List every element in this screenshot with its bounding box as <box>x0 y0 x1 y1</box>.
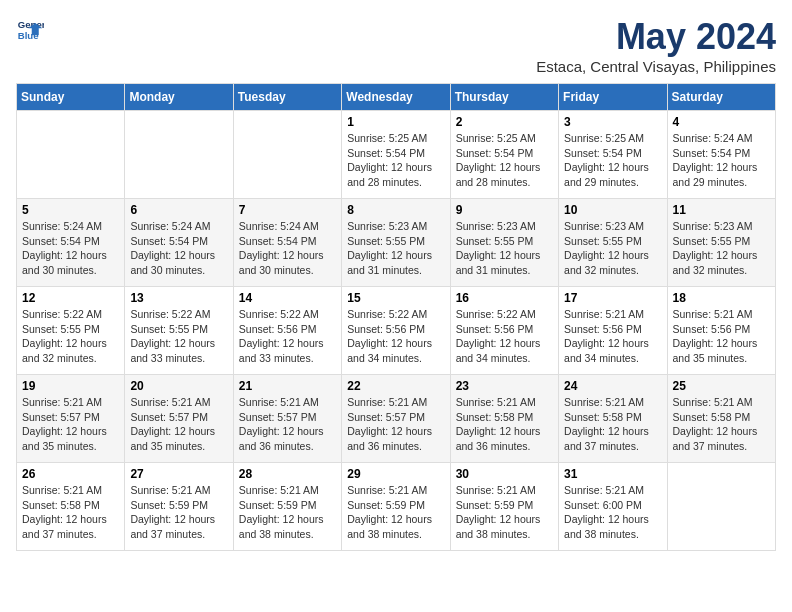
cell-date-number: 26 <box>22 467 119 481</box>
cell-date-number: 5 <box>22 203 119 217</box>
cell-info-text: Sunrise: 5:22 AM Sunset: 5:56 PM Dayligh… <box>456 307 553 366</box>
cell-date-number: 12 <box>22 291 119 305</box>
cell-date-number: 19 <box>22 379 119 393</box>
cell-info-text: Sunrise: 5:25 AM Sunset: 5:54 PM Dayligh… <box>564 131 661 190</box>
calendar-cell: 4Sunrise: 5:24 AM Sunset: 5:54 PM Daylig… <box>667 111 775 199</box>
cell-date-number: 29 <box>347 467 444 481</box>
calendar-week-row: 26Sunrise: 5:21 AM Sunset: 5:58 PM Dayli… <box>17 463 776 551</box>
calendar-body: 1Sunrise: 5:25 AM Sunset: 5:54 PM Daylig… <box>17 111 776 551</box>
calendar-cell <box>125 111 233 199</box>
cell-date-number: 31 <box>564 467 661 481</box>
weekday-header-cell: Sunday <box>17 84 125 111</box>
calendar-cell: 24Sunrise: 5:21 AM Sunset: 5:58 PM Dayli… <box>559 375 667 463</box>
calendar-cell: 8Sunrise: 5:23 AM Sunset: 5:55 PM Daylig… <box>342 199 450 287</box>
cell-date-number: 2 <box>456 115 553 129</box>
cell-info-text: Sunrise: 5:22 AM Sunset: 5:56 PM Dayligh… <box>239 307 336 366</box>
cell-info-text: Sunrise: 5:21 AM Sunset: 5:59 PM Dayligh… <box>456 483 553 542</box>
calendar-cell: 12Sunrise: 5:22 AM Sunset: 5:55 PM Dayli… <box>17 287 125 375</box>
cell-info-text: Sunrise: 5:25 AM Sunset: 5:54 PM Dayligh… <box>347 131 444 190</box>
cell-date-number: 6 <box>130 203 227 217</box>
cell-info-text: Sunrise: 5:21 AM Sunset: 5:57 PM Dayligh… <box>239 395 336 454</box>
cell-date-number: 16 <box>456 291 553 305</box>
cell-info-text: Sunrise: 5:22 AM Sunset: 5:55 PM Dayligh… <box>22 307 119 366</box>
cell-date-number: 20 <box>130 379 227 393</box>
cell-date-number: 7 <box>239 203 336 217</box>
calendar-cell: 2Sunrise: 5:25 AM Sunset: 5:54 PM Daylig… <box>450 111 558 199</box>
calendar-cell: 19Sunrise: 5:21 AM Sunset: 5:57 PM Dayli… <box>17 375 125 463</box>
calendar-week-row: 5Sunrise: 5:24 AM Sunset: 5:54 PM Daylig… <box>17 199 776 287</box>
calendar-cell: 6Sunrise: 5:24 AM Sunset: 5:54 PM Daylig… <box>125 199 233 287</box>
cell-info-text: Sunrise: 5:21 AM Sunset: 5:56 PM Dayligh… <box>564 307 661 366</box>
cell-info-text: Sunrise: 5:21 AM Sunset: 5:58 PM Dayligh… <box>22 483 119 542</box>
calendar-week-row: 12Sunrise: 5:22 AM Sunset: 5:55 PM Dayli… <box>17 287 776 375</box>
calendar-cell: 26Sunrise: 5:21 AM Sunset: 5:58 PM Dayli… <box>17 463 125 551</box>
calendar-cell: 23Sunrise: 5:21 AM Sunset: 5:58 PM Dayli… <box>450 375 558 463</box>
calendar-cell: 30Sunrise: 5:21 AM Sunset: 5:59 PM Dayli… <box>450 463 558 551</box>
calendar-cell: 5Sunrise: 5:24 AM Sunset: 5:54 PM Daylig… <box>17 199 125 287</box>
calendar-cell: 29Sunrise: 5:21 AM Sunset: 5:59 PM Dayli… <box>342 463 450 551</box>
logo: General Blue <box>16 16 44 44</box>
cell-date-number: 22 <box>347 379 444 393</box>
weekday-header-cell: Tuesday <box>233 84 341 111</box>
cell-info-text: Sunrise: 5:21 AM Sunset: 6:00 PM Dayligh… <box>564 483 661 542</box>
calendar-week-row: 19Sunrise: 5:21 AM Sunset: 5:57 PM Dayli… <box>17 375 776 463</box>
cell-info-text: Sunrise: 5:23 AM Sunset: 5:55 PM Dayligh… <box>673 219 770 278</box>
cell-date-number: 17 <box>564 291 661 305</box>
cell-date-number: 18 <box>673 291 770 305</box>
weekday-header-cell: Saturday <box>667 84 775 111</box>
calendar-cell <box>17 111 125 199</box>
calendar-cell: 18Sunrise: 5:21 AM Sunset: 5:56 PM Dayli… <box>667 287 775 375</box>
calendar-cell: 9Sunrise: 5:23 AM Sunset: 5:55 PM Daylig… <box>450 199 558 287</box>
weekday-header-cell: Monday <box>125 84 233 111</box>
calendar-cell: 20Sunrise: 5:21 AM Sunset: 5:57 PM Dayli… <box>125 375 233 463</box>
calendar-cell: 21Sunrise: 5:21 AM Sunset: 5:57 PM Dayli… <box>233 375 341 463</box>
weekday-header-row: SundayMondayTuesdayWednesdayThursdayFrid… <box>17 84 776 111</box>
cell-info-text: Sunrise: 5:21 AM Sunset: 5:58 PM Dayligh… <box>456 395 553 454</box>
cell-date-number: 10 <box>564 203 661 217</box>
cell-date-number: 30 <box>456 467 553 481</box>
location-title: Estaca, Central Visayas, Philippines <box>536 58 776 75</box>
cell-date-number: 21 <box>239 379 336 393</box>
cell-date-number: 28 <box>239 467 336 481</box>
cell-info-text: Sunrise: 5:21 AM Sunset: 5:58 PM Dayligh… <box>564 395 661 454</box>
page-header: General Blue May 2024 Estaca, Central Vi… <box>16 16 776 75</box>
logo-icon: General Blue <box>16 16 44 44</box>
cell-date-number: 14 <box>239 291 336 305</box>
calendar-cell: 22Sunrise: 5:21 AM Sunset: 5:57 PM Dayli… <box>342 375 450 463</box>
cell-info-text: Sunrise: 5:21 AM Sunset: 5:59 PM Dayligh… <box>130 483 227 542</box>
calendar-week-row: 1Sunrise: 5:25 AM Sunset: 5:54 PM Daylig… <box>17 111 776 199</box>
cell-date-number: 9 <box>456 203 553 217</box>
calendar-cell: 14Sunrise: 5:22 AM Sunset: 5:56 PM Dayli… <box>233 287 341 375</box>
cell-info-text: Sunrise: 5:21 AM Sunset: 5:56 PM Dayligh… <box>673 307 770 366</box>
cell-date-number: 4 <box>673 115 770 129</box>
cell-info-text: Sunrise: 5:23 AM Sunset: 5:55 PM Dayligh… <box>564 219 661 278</box>
cell-info-text: Sunrise: 5:23 AM Sunset: 5:55 PM Dayligh… <box>347 219 444 278</box>
cell-info-text: Sunrise: 5:25 AM Sunset: 5:54 PM Dayligh… <box>456 131 553 190</box>
cell-info-text: Sunrise: 5:24 AM Sunset: 5:54 PM Dayligh… <box>673 131 770 190</box>
calendar-cell: 31Sunrise: 5:21 AM Sunset: 6:00 PM Dayli… <box>559 463 667 551</box>
cell-date-number: 13 <box>130 291 227 305</box>
calendar-cell: 28Sunrise: 5:21 AM Sunset: 5:59 PM Dayli… <box>233 463 341 551</box>
calendar-cell: 13Sunrise: 5:22 AM Sunset: 5:55 PM Dayli… <box>125 287 233 375</box>
weekday-header-cell: Wednesday <box>342 84 450 111</box>
cell-date-number: 27 <box>130 467 227 481</box>
calendar-cell <box>667 463 775 551</box>
cell-date-number: 3 <box>564 115 661 129</box>
cell-date-number: 1 <box>347 115 444 129</box>
cell-info-text: Sunrise: 5:22 AM Sunset: 5:56 PM Dayligh… <box>347 307 444 366</box>
svg-text:General: General <box>18 19 44 30</box>
cell-date-number: 25 <box>673 379 770 393</box>
cell-info-text: Sunrise: 5:21 AM Sunset: 5:57 PM Dayligh… <box>22 395 119 454</box>
calendar-cell: 25Sunrise: 5:21 AM Sunset: 5:58 PM Dayli… <box>667 375 775 463</box>
cell-info-text: Sunrise: 5:21 AM Sunset: 5:59 PM Dayligh… <box>239 483 336 542</box>
calendar-cell: 3Sunrise: 5:25 AM Sunset: 5:54 PM Daylig… <box>559 111 667 199</box>
weekday-header-cell: Thursday <box>450 84 558 111</box>
cell-info-text: Sunrise: 5:22 AM Sunset: 5:55 PM Dayligh… <box>130 307 227 366</box>
cell-info-text: Sunrise: 5:24 AM Sunset: 5:54 PM Dayligh… <box>130 219 227 278</box>
calendar-cell: 17Sunrise: 5:21 AM Sunset: 5:56 PM Dayli… <box>559 287 667 375</box>
calendar-cell: 16Sunrise: 5:22 AM Sunset: 5:56 PM Dayli… <box>450 287 558 375</box>
calendar-cell: 1Sunrise: 5:25 AM Sunset: 5:54 PM Daylig… <box>342 111 450 199</box>
calendar-table: SundayMondayTuesdayWednesdayThursdayFrid… <box>16 83 776 551</box>
calendar-cell: 11Sunrise: 5:23 AM Sunset: 5:55 PM Dayli… <box>667 199 775 287</box>
month-title: May 2024 <box>536 16 776 58</box>
